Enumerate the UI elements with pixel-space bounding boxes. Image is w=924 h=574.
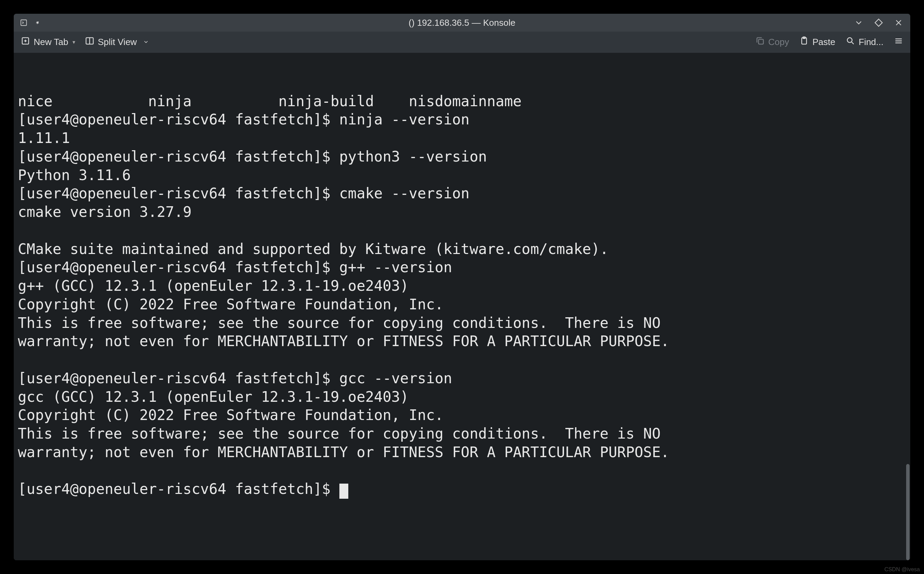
terminal-area[interactable]: nice ninja ninja-build nisdomainname [us… — [14, 53, 910, 560]
prompt-icon[interactable] — [20, 19, 27, 27]
terminal-scrollbar[interactable] — [906, 53, 910, 560]
close-icon[interactable] — [894, 18, 904, 27]
copy-label: Copy — [768, 37, 789, 47]
chevron-down-icon: ▾ — [72, 39, 75, 46]
split-view-icon — [85, 36, 94, 48]
copy-icon — [755, 36, 765, 48]
search-icon — [846, 36, 855, 48]
chevron-down-icon — [143, 37, 149, 47]
split-view-button[interactable]: Split View — [85, 36, 149, 48]
find-label: Find... — [859, 37, 883, 47]
svg-point-6 — [847, 38, 852, 43]
find-button[interactable]: Find... — [846, 36, 883, 48]
terminal-content: nice ninja ninja-build nisdomainname [us… — [18, 92, 906, 499]
konsole-window: () 192.168.36.5 — Konsole New Tab ▾ Spli… — [14, 14, 910, 560]
watermark: CSDN @ivesa — [885, 566, 920, 572]
split-view-label: Split View — [98, 37, 137, 47]
scrollbar-thumb[interactable] — [906, 464, 910, 560]
svg-rect-3 — [759, 39, 763, 44]
hamburger-icon — [894, 36, 904, 48]
maximize-icon[interactable] — [874, 18, 883, 27]
window-title: () 192.168.36.5 — Konsole — [409, 17, 515, 28]
minimize-icon[interactable] — [854, 18, 864, 27]
titlebar: () 192.168.36.5 — Konsole — [14, 14, 910, 32]
paste-button[interactable]: Paste — [799, 36, 835, 48]
paste-icon — [799, 36, 809, 48]
new-tab-label: New Tab — [34, 37, 68, 47]
new-tab-icon — [20, 36, 30, 48]
new-tab-button[interactable]: New Tab ▾ — [20, 36, 75, 48]
paste-label: Paste — [812, 37, 835, 47]
terminal-cursor — [339, 484, 348, 499]
pin-icon[interactable] — [34, 19, 41, 27]
hamburger-menu-button[interactable] — [894, 36, 904, 48]
copy-button[interactable]: Copy — [755, 36, 789, 48]
toolbar: New Tab ▾ Split View Copy Paste Find... — [14, 32, 910, 53]
